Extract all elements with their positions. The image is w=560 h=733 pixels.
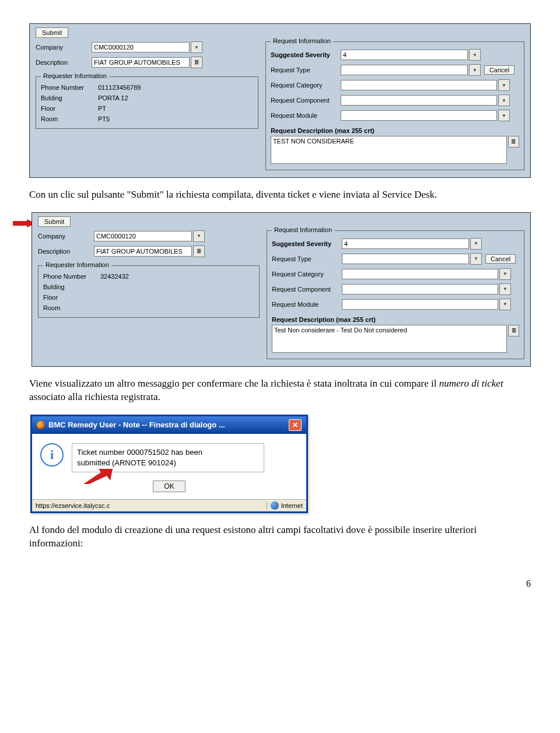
page-number: 6 [29, 578, 531, 589]
app-icon [37, 421, 45, 429]
reqmod-input[interactable] [342, 299, 498, 310]
chevron-down-icon[interactable]: ▼ [470, 238, 482, 250]
description-input[interactable] [92, 57, 190, 68]
reqtype-input[interactable] [342, 254, 469, 264]
cancel-button[interactable]: Cancel [484, 65, 514, 75]
reqcat-input[interactable] [341, 80, 497, 90]
floor-value: PT [97, 105, 106, 112]
reqmod-label: Request Module [272, 301, 342, 308]
building-label: Bulding [41, 94, 97, 101]
form-panel-1: Submit Company ▼ Description ≣ Requester… [29, 23, 531, 178]
requester-info-group: Requester Information Phone Number 32432… [38, 265, 260, 318]
paragraph-1: Con un clic sul pulsante "Submit" la ric… [29, 188, 531, 202]
floor-label: Floor [43, 294, 99, 301]
description-input[interactable] [94, 246, 192, 257]
dialog-title-text: BMC Remedy User - Note -- Finestra di di… [48, 420, 225, 429]
chevron-down-icon[interactable]: ▼ [499, 268, 511, 280]
description-label: Description [38, 248, 94, 255]
building-value: PORTA 12 [97, 94, 128, 101]
requester-legend: Requester Information [41, 72, 109, 79]
chevron-down-icon[interactable]: ▼ [193, 230, 205, 242]
globe-icon [271, 501, 279, 510]
reqtype-label: Request Type [272, 255, 342, 262]
request-legend: Request Information [271, 37, 333, 44]
severity-label: Suggested Severity [272, 240, 342, 247]
chevron-down-icon[interactable]: ▼ [498, 94, 510, 106]
phone-label: Phone Number [41, 84, 97, 91]
chevron-down-icon[interactable]: ▼ [470, 253, 482, 265]
menu-icon[interactable]: ≣ [193, 245, 205, 257]
status-zone-text: Internet [281, 502, 303, 509]
reqcomp-label: Request Component [271, 97, 341, 104]
reqdesc-label: Request Description (max 255 crt) [271, 127, 519, 134]
phone-value: 32432432 [99, 273, 129, 280]
submit-button[interactable]: Submit [38, 216, 71, 227]
menu-icon[interactable]: ≣ [508, 136, 519, 148]
chevron-down-icon[interactable]: ▼ [469, 49, 481, 61]
company-input[interactable] [94, 231, 192, 241]
reqcomp-label: Request Component [272, 286, 342, 293]
building-label: Bulding [43, 283, 99, 290]
reqmod-label: Request Module [271, 112, 341, 119]
para2-pre: Viene visualizzato un altro messaggio pe… [29, 378, 439, 389]
chevron-down-icon[interactable]: ▼ [499, 283, 511, 295]
room-value: PT5 [97, 115, 110, 122]
reqcomp-input[interactable] [342, 284, 498, 294]
dialog-msg-line2: submitted (ARNOTE 901024) [77, 458, 176, 467]
chevron-down-icon[interactable]: ▼ [469, 64, 481, 76]
cancel-button[interactable]: Cancel [485, 254, 516, 264]
requester-info-group: Requester Information Phone Number 01112… [36, 76, 258, 129]
menu-icon[interactable]: ≣ [508, 325, 519, 336]
paragraph-2: Viene visualizzato un altro messaggio pe… [29, 377, 531, 404]
description-label: Description [36, 59, 92, 66]
status-url: https://ezservice.italycsc.c [36, 502, 263, 509]
company-label: Company [38, 233, 94, 240]
room-label: Room [41, 115, 97, 122]
reqcat-input[interactable] [342, 269, 498, 279]
para2-post: associato alla richiesta registrata. [29, 391, 160, 402]
severity-input[interactable] [342, 239, 469, 249]
dialog-titlebar: BMC Remedy User - Note -- Finestra di di… [32, 416, 306, 434]
confirmation-dialog: BMC Remedy User - Note -- Finestra di di… [30, 415, 308, 513]
paragraph-3: Al fondo del modulo di creazione di una … [29, 524, 531, 550]
reqcomp-input[interactable] [341, 95, 497, 106]
reqdesc-input[interactable] [272, 325, 507, 353]
phone-value: 011123456789 [97, 84, 141, 91]
chevron-down-icon[interactable]: ▼ [499, 299, 511, 310]
close-icon[interactable]: ✕ [289, 419, 302, 431]
submit-button[interactable]: Submit [36, 27, 68, 38]
reqcat-label: Request Category [272, 271, 342, 278]
reqmod-input[interactable] [341, 110, 497, 121]
severity-input[interactable] [341, 50, 468, 60]
info-icon: i [40, 443, 64, 467]
form-panel-2: Submit Company ▼ Description ≣ Requester… [32, 212, 531, 367]
ok-button[interactable]: OK [153, 481, 185, 492]
requester-legend: Requester Information [43, 261, 111, 268]
request-info-group: Request Information Suggested Severity ▼… [265, 41, 524, 170]
dialog-message: Ticket number 0000751502 has been submit… [72, 443, 264, 472]
company-label: Company [36, 44, 92, 51]
request-info-group: Request Information Suggested Severity ▼… [267, 230, 524, 359]
reqdesc-label: Request Description (max 255 crt) [272, 316, 519, 323]
menu-icon[interactable]: ≣ [191, 57, 202, 68]
chevron-down-icon[interactable]: ▼ [498, 79, 510, 91]
reqtype-label: Request Type [271, 66, 341, 73]
chevron-down-icon[interactable]: ▼ [498, 110, 510, 121]
reqtype-input[interactable] [341, 65, 468, 75]
chevron-down-icon[interactable]: ▼ [191, 41, 202, 53]
reqcat-label: Request Category [271, 82, 341, 89]
para2-italic: numero di ticket [439, 378, 503, 389]
floor-label: Floor [41, 105, 97, 112]
phone-label: Phone Number [43, 273, 99, 280]
dialog-statusbar: https://ezservice.italycsc.c Internet [32, 499, 306, 511]
dialog-msg-line1: Ticket number 0000751502 has been [77, 448, 202, 457]
company-input[interactable] [92, 42, 190, 52]
request-legend: Request Information [272, 226, 334, 233]
severity-label: Suggested Severity [271, 51, 341, 58]
room-label: Room [43, 304, 99, 311]
reqdesc-input[interactable] [271, 136, 507, 164]
